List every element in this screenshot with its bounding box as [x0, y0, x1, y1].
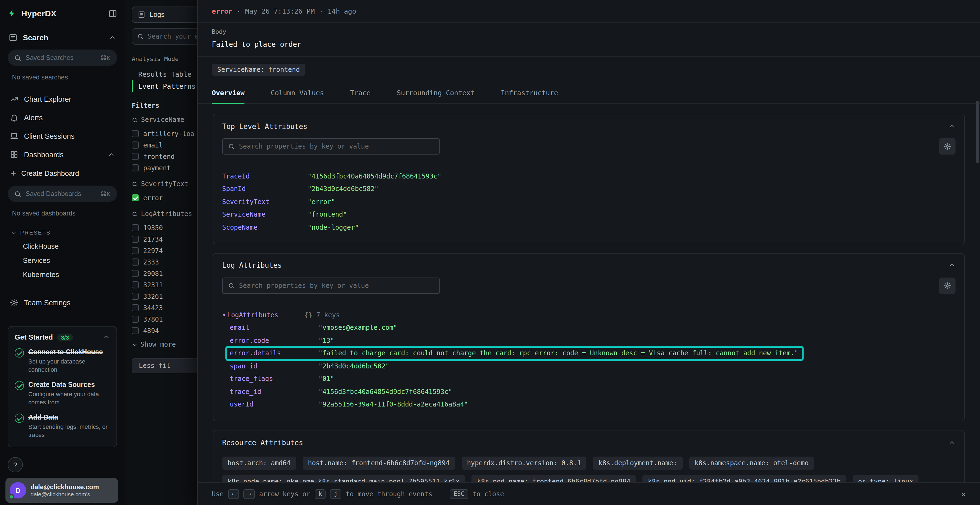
- sidebar-item-services[interactable]: Services: [8, 253, 117, 267]
- help-button[interactable]: ?: [8, 457, 23, 472]
- sidebar-item-client-sessions[interactable]: Client Sessions: [8, 127, 117, 145]
- chevron-up-icon[interactable]: [103, 333, 110, 341]
- mode-event-patterns[interactable]: Event Patterns: [132, 80, 197, 92]
- filter-option[interactable]: 33261: [132, 291, 197, 302]
- checkbox[interactable]: [132, 304, 139, 311]
- checkbox[interactable]: [132, 224, 139, 231]
- attribute-row[interactable]: trace_flags"01": [222, 373, 334, 385]
- sidebar-item-chart-explorer[interactable]: Chart Explorer: [8, 90, 117, 108]
- checkbox[interactable]: [132, 259, 139, 265]
- checkbox[interactable]: [132, 153, 139, 160]
- resource-chip[interactable]: host.arch: amd64: [222, 457, 296, 470]
- attribute-row-error-details-highlighted[interactable]: error.details"failed to charge card: cou…: [222, 347, 799, 360]
- resource-chip[interactable]: hyperdx.distro.version: 0.8.1: [461, 457, 586, 470]
- tab-column-values[interactable]: Column Values: [270, 82, 324, 104]
- resource-chip[interactable]: k8s.namespace.name: otel-demo: [689, 457, 814, 470]
- chevron-up-icon[interactable]: [948, 123, 956, 130]
- checkbox[interactable]: [132, 281, 139, 288]
- sidebar-item-search[interactable]: Search: [8, 33, 117, 42]
- search-icon: [132, 117, 138, 123]
- checkbox[interactable]: [132, 164, 139, 172]
- saved-dashboards-input[interactable]: ⌘K: [8, 186, 117, 202]
- log-attributes-tree-root[interactable]: ▾ LogAttributes {} 7 keys: [222, 309, 956, 321]
- collapse-sidebar-icon[interactable]: [108, 9, 117, 18]
- filter-option[interactable]: 29081: [132, 268, 197, 279]
- resource-chip[interactable]: host.name: frontend-6b6c8d7bfd-ng894: [302, 457, 455, 470]
- checkbox[interactable]: [132, 270, 139, 277]
- filter-option[interactable]: artillery-loa: [132, 128, 197, 139]
- chevron-up-icon: [108, 151, 115, 158]
- event-timestamp: May 26 7:13:26 PM: [245, 7, 315, 15]
- checkbox[interactable]: [132, 293, 139, 300]
- checkbox[interactable]: [132, 316, 139, 323]
- filter-option[interactable]: 21734: [132, 233, 197, 245]
- checkbox[interactable]: [132, 141, 139, 149]
- settings-button[interactable]: [939, 277, 956, 294]
- filter-option[interactable]: frontend: [132, 151, 197, 162]
- filter-option[interactable]: 22974: [132, 245, 197, 256]
- get-started-item[interactable]: Create Data Sources Configure where your…: [15, 380, 110, 407]
- filter-option[interactable]: 4894: [132, 325, 197, 336]
- event-relative-time: 14h ago: [328, 7, 356, 15]
- chevron-up-icon[interactable]: [948, 262, 956, 269]
- search-icon: [14, 190, 21, 197]
- attribute-row[interactable]: ServiceName"frontend": [222, 208, 347, 221]
- filter-option[interactable]: 34423: [132, 302, 197, 313]
- checkbox[interactable]: [132, 236, 139, 243]
- attribute-row[interactable]: email"vmoses@example.com": [222, 321, 397, 334]
- attribute-row[interactable]: trace_id"4156d3fbc40a64854d9dc7f68641593…: [222, 385, 452, 398]
- chevron-up-icon[interactable]: [948, 439, 956, 446]
- filter-option[interactable]: 32311: [132, 279, 197, 291]
- service-name-chip[interactable]: ServiceName: frontend: [212, 64, 305, 76]
- attribute-row[interactable]: SeverityText"error": [222, 195, 335, 208]
- attribute-row[interactable]: ScopeName"node-logger": [222, 221, 359, 234]
- user-menu[interactable]: D dale@clickhouse.com dale@clickhouse.co…: [5, 478, 118, 503]
- source-selector-button[interactable]: Logs: [132, 6, 197, 23]
- sidebar-item-clickhouse[interactable]: ClickHouse: [8, 239, 117, 253]
- tab-trace[interactable]: Trace: [350, 82, 371, 104]
- checkbox[interactable]: [132, 130, 139, 137]
- filter-group-severitytext[interactable]: SeverityText: [132, 180, 197, 188]
- attribute-row[interactable]: error.code"13": [222, 334, 334, 347]
- filter-option[interactable]: 37801: [132, 313, 197, 325]
- filter-option[interactable]: error: [132, 192, 197, 203]
- checkbox[interactable]: [132, 327, 139, 334]
- attribute-row[interactable]: span_id"2b43d0c4dd6bc582": [222, 360, 389, 373]
- attribute-row[interactable]: userId"92a55156-39a4-11f0-8ddd-a2eca416a…: [222, 398, 468, 411]
- caret-down-icon[interactable]: ▾: [222, 311, 226, 319]
- property-search-input[interactable]: [222, 277, 440, 294]
- attribute-row[interactable]: SpanId"2b43d0c4dd6bc582": [222, 183, 379, 195]
- sidebar-item-alerts[interactable]: Alerts: [8, 108, 117, 127]
- event-search-input[interactable]: [132, 28, 197, 44]
- saved-searches-input[interactable]: ⌘K: [8, 49, 117, 66]
- get-started-item[interactable]: Add Data Start sending logs, metrics, or…: [15, 413, 110, 439]
- show-more-button[interactable]: Show more: [132, 341, 197, 348]
- sidebar-item-dashboards[interactable]: Dashboards: [8, 145, 117, 164]
- mode-results-table[interactable]: Results Table: [132, 68, 197, 80]
- property-search-input[interactable]: [222, 138, 440, 154]
- filter-option[interactable]: email: [132, 139, 197, 151]
- filter-option[interactable]: 2333: [132, 256, 197, 268]
- resource-chip[interactable]: k8s.deployment.name:: [593, 457, 682, 470]
- tab-infrastructure[interactable]: Infrastructure: [501, 82, 558, 104]
- close-icon[interactable]: ✕: [961, 489, 966, 498]
- get-started-item[interactable]: Connect to ClickHouse Set up your databa…: [15, 348, 110, 374]
- create-dashboard-button[interactable]: Create Dashboard: [8, 165, 117, 181]
- checkbox-checked[interactable]: [132, 194, 139, 201]
- attribute-row[interactable]: TraceId"4156d3fbc40a64854d9dc7f68641593c…: [222, 170, 441, 183]
- less-filters-button[interactable]: Less fil: [132, 358, 197, 373]
- filter-option[interactable]: 19350: [132, 222, 197, 233]
- filter-group-logattributes[interactable]: LogAttributes: [132, 210, 197, 218]
- settings-button[interactable]: [939, 138, 956, 154]
- presets-toggle[interactable]: PRESETS: [11, 229, 117, 236]
- scrollbar[interactable]: [976, 101, 979, 163]
- tab-overview[interactable]: Overview: [212, 82, 245, 104]
- checkbox[interactable]: [132, 247, 139, 254]
- filter-option[interactable]: payment: [132, 162, 197, 173]
- logo[interactable]: HyperDX: [8, 9, 117, 18]
- filter-group-servicename[interactable]: ServiceName: [132, 116, 197, 124]
- sidebar-item-kubernetes[interactable]: Kubernetes: [8, 267, 117, 281]
- tab-surrounding-context[interactable]: Surrounding Context: [397, 82, 474, 104]
- sidebar-item-team-settings[interactable]: Team Settings: [8, 293, 117, 312]
- check-circle-icon: [15, 414, 24, 423]
